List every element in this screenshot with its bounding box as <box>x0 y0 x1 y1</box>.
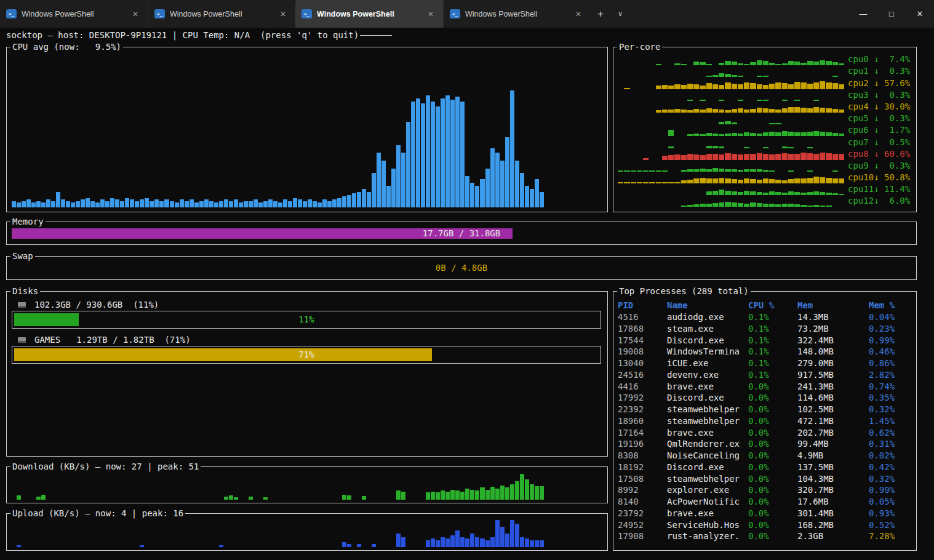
process-name: QmlRenderer.ex <box>667 438 748 450</box>
tab-windows-powershell[interactable]: >_Windows PowerShell✕ <box>295 0 443 28</box>
process-mem: 917.5MB <box>797 369 869 381</box>
process-name: Discord.exe <box>667 335 748 346</box>
process-name: Discord.exe <box>667 462 748 473</box>
process-row[interactable]: 17992Discord.exe0.0%114.6MB0.35% <box>618 392 914 404</box>
process-mem: 202.7MB <box>797 427 869 439</box>
process-mem: 4.9MB <box>797 450 869 462</box>
process-row[interactable]: 24952ServiceHub.Hos0.0%168.2MB0.52% <box>618 519 914 531</box>
process-cpu: 0.1% <box>748 358 797 369</box>
process-name: ServiceHub.Hos <box>667 519 748 531</box>
process-pid: 19196 <box>618 438 667 450</box>
process-cpu: 0.0% <box>748 450 797 462</box>
process-name: steam.exe <box>667 323 748 335</box>
memory-title: Memory <box>10 217 46 227</box>
minimize-button[interactable]: — <box>849 0 877 28</box>
process-row[interactable]: 8140AcPowerNotific0.0%17.6MB0.05% <box>618 496 914 508</box>
disk-usage-bar: 71% <box>12 346 601 364</box>
process-name: iCUE.exe <box>667 358 748 369</box>
process-mem-percent: 0.02% <box>869 450 914 462</box>
process-cpu: 0.0% <box>748 473 797 485</box>
process-cpu: 0.0% <box>748 438 797 450</box>
column-header[interactable]: PID <box>618 300 667 311</box>
process-cpu: 0.0% <box>748 381 797 393</box>
process-mem-percent: 0.46% <box>869 346 914 358</box>
process-row[interactable]: 17544Discord.exe0.1%322.4MB0.99% <box>618 335 914 346</box>
process-cpu: 0.1% <box>748 323 797 335</box>
tab-close-icon[interactable]: ✕ <box>572 9 585 20</box>
drive-icon <box>18 302 26 308</box>
disk-usage-bar: 11% <box>12 311 601 329</box>
process-row[interactable]: 17868steam.exe0.1%73.2MB0.23% <box>618 323 914 335</box>
maximize-button[interactable]: □ <box>877 0 906 28</box>
swap-usage-label: 0B / 4.8GB <box>12 263 911 273</box>
upload-panel: Upload (KB/s) — now: 4 | peak: 16 <box>6 513 608 551</box>
process-row[interactable]: 23792brave.exe0.0%301.4MB0.93% <box>618 508 914 519</box>
process-row[interactable]: 19008WindowsTermina0.1%148.0MB0.46% <box>618 346 914 358</box>
upload-title: Upload (KB/s) — now: 4 | peak: 16 <box>10 508 185 519</box>
core-sparkline <box>618 196 844 207</box>
close-button[interactable]: ✕ <box>906 0 934 28</box>
process-row[interactable]: 8992explorer.exe0.0%320.7MB0.99% <box>618 484 914 496</box>
tab-dropdown-button[interactable]: ∨ <box>610 0 630 28</box>
process-mem-percent: 0.99% <box>869 484 914 496</box>
core-label: cpu8 ↓ 60.6% <box>848 148 912 160</box>
process-cpu: 0.1% <box>748 369 797 381</box>
process-pid: 8992 <box>618 484 667 496</box>
disk-usage-text: 1.29TB / 1.82TB (71%) <box>76 335 190 345</box>
process-mem: 279.0MB <box>797 358 869 369</box>
column-header[interactable]: Mem <box>797 300 869 311</box>
process-row[interactable]: 8308NoiseCanceling0.0%4.9MB0.02% <box>618 450 914 462</box>
core-label: cpu4 ↓ 30.0% <box>848 101 912 113</box>
process-cpu: 0.0% <box>748 415 797 427</box>
process-mem-percent: 1.45% <box>869 415 914 427</box>
tab-windows-powershell[interactable]: >_Windows PowerShell✕ <box>0 0 148 28</box>
process-row[interactable]: 18960steamwebhelper0.0%472.1MB1.45% <box>618 415 914 427</box>
core-sparkline <box>618 66 844 77</box>
process-pid: 4516 <box>618 311 667 323</box>
process-row[interactable]: 4416brave.exe0.0%241.3MB0.74% <box>618 381 914 393</box>
process-row[interactable]: 19196QmlRenderer.ex0.0%99.4MB0.31% <box>618 438 914 450</box>
app-header: socktop — host: DESKTOP-9P19121 | CPU Te… <box>6 30 392 40</box>
process-row[interactable]: 4516audiodg.exe0.1%14.3MB0.04% <box>618 311 914 323</box>
tab-windows-powershell[interactable]: >_Windows PowerShell✕ <box>443 0 591 28</box>
column-header[interactable]: CPU % <box>748 300 797 311</box>
process-mem: 472.1MB <box>797 415 869 427</box>
process-mem-percent: 7.28% <box>869 530 914 542</box>
tab-title: Windows PowerShell <box>317 10 420 18</box>
per-core-list: cpu0 ↓ 7.4%cpu1 ↓ 0.3%cpu2 ↓ 57.6%cpu3 ↓… <box>617 54 913 207</box>
process-cpu: 0.0% <box>748 496 797 508</box>
tab-close-icon[interactable]: ✕ <box>277 9 289 20</box>
tab-close-icon[interactable]: ✕ <box>425 9 437 20</box>
process-mem: 17.6MB <box>797 496 869 508</box>
new-tab-button[interactable]: + <box>591 0 610 28</box>
core-row: cpu2 ↓ 57.6% <box>617 77 913 89</box>
core-row: cpu0 ↓ 7.4% <box>617 54 913 65</box>
core-label: cpu5 ↓ 0.3% <box>848 113 912 124</box>
process-mem-percent: 0.86% <box>869 358 914 369</box>
process-mem-percent: 0.99% <box>869 335 914 346</box>
process-name: brave.exe <box>667 508 748 519</box>
core-label: cpu3 ↓ 0.3% <box>848 89 912 101</box>
process-row[interactable]: 24516devenv.exe0.1%917.5MB2.82% <box>618 369 914 381</box>
process-row[interactable]: 18192Discord.exe0.0%137.5MB0.42% <box>618 462 914 473</box>
column-header[interactable]: Mem % <box>869 300 914 311</box>
core-sparkline <box>618 138 844 148</box>
disk-percent-label: 11% <box>12 311 601 328</box>
process-row[interactable]: 17908rust-analyzer.0.0%2.3GB7.28% <box>618 530 914 542</box>
process-cpu: 0.0% <box>748 392 797 404</box>
process-row[interactable]: 22392steamwebhelper0.0%102.5MB0.32% <box>618 404 914 415</box>
process-row[interactable]: 17164brave.exe0.0%202.7MB0.62% <box>618 427 914 439</box>
process-mem-percent: 0.23% <box>869 323 914 335</box>
process-row[interactable]: 13040iCUE.exe0.1%279.0MB0.86% <box>618 358 914 369</box>
process-table-header: PIDNameCPU %MemMem % <box>618 300 914 311</box>
process-mem-percent: 0.31% <box>869 438 914 450</box>
tab-windows-powershell[interactable]: >_Windows PowerShell✕ <box>148 0 295 28</box>
process-mem-percent: 0.93% <box>869 508 914 519</box>
process-cpu: 0.0% <box>748 519 797 531</box>
tab-close-icon[interactable]: ✕ <box>129 9 142 20</box>
process-row[interactable]: 17508steamwebhelper0.0%104.3MB0.32% <box>618 473 914 485</box>
process-pid: 17992 <box>618 392 667 404</box>
process-pid: 17868 <box>618 323 667 335</box>
terminal-window: >_Windows PowerShell✕>_Windows PowerShel… <box>0 0 934 560</box>
column-header[interactable]: Name <box>667 300 748 311</box>
